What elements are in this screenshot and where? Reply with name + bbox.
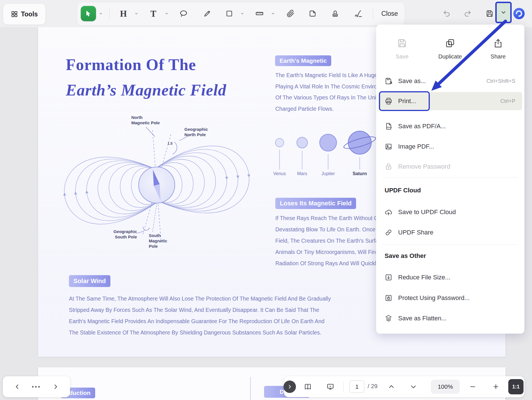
menu-item-print[interactable]: Print... Ctrl+P	[378, 92, 522, 110]
chevron-down-icon[interactable]	[99, 11, 103, 16]
section-header-save-as-other: Save as Other	[385, 252, 426, 260]
planet-label: Jupiter	[313, 171, 344, 176]
text-tool-button[interactable]: T	[147, 7, 160, 20]
menu-item-label: Save as PDF/A...	[398, 123, 446, 130]
menu-item-label: Remove Password	[398, 163, 450, 170]
menu-share-action[interactable]: Share	[480, 38, 516, 60]
plus-icon	[493, 384, 499, 390]
toolbar-divider	[109, 8, 110, 19]
label-north-magnetic-pole: North Magnetic Pole	[131, 115, 174, 125]
chevron-up-icon	[388, 383, 395, 390]
save-dropdown-button[interactable]	[495, 2, 512, 23]
action-label: Share	[480, 53, 516, 60]
menu-item-image-pdf[interactable]: Image PDF...	[378, 138, 522, 156]
planet-jupiter: Jupiter	[313, 120, 344, 187]
menu-item-label: Protect Using Password...	[398, 294, 470, 302]
chevron-down-icon	[500, 9, 507, 16]
remove-password-icon	[384, 162, 393, 171]
doc-paragraph-line: Field, The Creatures On The Earth's Surf…	[275, 238, 378, 244]
menu-item-updf-share[interactable]: UPDF Share	[378, 223, 522, 242]
doc-paragraph-line: Earth's Magnetic Field Provides An Indis…	[69, 318, 324, 325]
column-divider	[250, 377, 251, 400]
doc-title-line1: Formation Of The	[66, 55, 196, 74]
chevron-down-icon[interactable]	[164, 11, 169, 16]
reduce-size-icon	[384, 273, 393, 282]
chevron-down-icon[interactable]	[240, 11, 245, 16]
planet-saturn: Saturn	[344, 120, 375, 187]
doc-paragraph-line: Animals Or Tiny Microorganisms, Will Fin…	[275, 249, 379, 255]
doc-paragraph-line: If These Rays Reach The Earth Without C	[275, 215, 378, 221]
chevron-down-icon[interactable]	[134, 11, 139, 16]
doc-paragraph-line: Charged Particle Flows.	[275, 106, 334, 112]
pen-tool-button[interactable]	[201, 7, 213, 20]
doc-paragraph-line: Radiation Of Strong Rays And Will Quickl…	[275, 260, 379, 267]
previous-page-button[interactable]	[385, 381, 398, 393]
pen-icon	[203, 10, 211, 18]
expand-panel-button[interactable]	[284, 381, 296, 393]
menu-item-reduce-file-size[interactable]: Reduce File Size...	[378, 268, 522, 286]
presentation-mode-button[interactable]	[324, 381, 337, 393]
venus-circle	[275, 138, 284, 147]
label-south-magnetic-pole: South Magnetic Pole	[149, 233, 180, 249]
chevron-down-icon	[410, 383, 417, 390]
menu-item-save-as-flatten[interactable]: Save as Flatten...	[378, 309, 522, 327]
zoom-out-button[interactable]	[466, 381, 479, 393]
menu-item-label: Image PDF...	[398, 143, 434, 150]
close-button[interactable]: Close	[377, 7, 402, 20]
book-view-icon	[304, 383, 312, 391]
chevron-right-icon	[287, 384, 292, 389]
badge-solar-wind: Solar Wind	[69, 275, 110, 287]
measure-tool-button[interactable]	[253, 7, 266, 20]
zoom-in-button[interactable]	[490, 381, 502, 393]
more-options-button[interactable]: •••	[32, 384, 41, 390]
sticker-tool-button[interactable]	[306, 7, 319, 20]
shape-icon	[225, 10, 233, 18]
menu-save-action: Save	[384, 38, 420, 60]
doc-paragraph-line: Stripped Away By Forces Such As The Sola…	[69, 307, 319, 313]
zoom-level-display[interactable]: 100%	[431, 380, 460, 394]
chevron-right-icon[interactable]	[53, 384, 59, 390]
panel-divider	[343, 381, 344, 392]
print-icon	[384, 97, 393, 106]
select-tool-button[interactable]	[81, 6, 96, 21]
chevron-down-icon[interactable]	[271, 11, 275, 16]
cursor-icon	[85, 10, 92, 17]
undo-button[interactable]	[441, 7, 453, 20]
menu-item-save-as-pdfa[interactable]: PDF/A Save as PDF/A...	[378, 117, 522, 135]
tools-button[interactable]: Tools	[3, 3, 46, 25]
menu-item-save-as[interactable]: Save as... Ctrl+Shift+S	[378, 72, 522, 90]
menu-item-shortcut: Ctrl+P	[500, 98, 515, 104]
pdfa-icon: PDF/A	[384, 122, 393, 131]
chevron-left-icon[interactable]	[14, 384, 20, 390]
signature-tool-button[interactable]	[352, 7, 365, 20]
menu-item-label: UPDF Share	[398, 229, 433, 236]
save-button[interactable]	[483, 7, 496, 20]
menu-item-save-to-cloud[interactable]: Save to UPDF Cloud	[378, 203, 522, 221]
link-icon	[384, 228, 393, 237]
save-as-icon	[384, 77, 393, 86]
svg-text:PDF/A: PDF/A	[387, 127, 392, 128]
comment-tool-button[interactable]	[177, 7, 190, 20]
doc-paragraph-line: The Stable Existence Of The Atmosphere B…	[69, 329, 321, 336]
stamp-tool-button[interactable]	[329, 7, 341, 20]
menu-item-protect-password[interactable]: Protect Using Password...	[378, 289, 522, 307]
shape-tool-button[interactable]	[223, 7, 236, 20]
page-total-label: / 29	[368, 383, 378, 390]
heading-tool-button[interactable]: H	[117, 7, 130, 20]
redo-button[interactable]	[461, 7, 474, 20]
menu-item-label: Reduce File Size...	[398, 274, 450, 281]
two-page-view-button[interactable]	[302, 381, 314, 393]
menu-item-label: Print...	[398, 97, 416, 105]
menu-duplicate-action[interactable]: Duplicate	[432, 38, 468, 60]
attachment-tool-button[interactable]	[284, 7, 297, 20]
next-page-button[interactable]	[407, 381, 420, 393]
actual-size-button[interactable]: 1:1	[508, 379, 524, 394]
label-tilt-angle: 1.5	[167, 141, 173, 146]
presentation-icon	[326, 383, 334, 391]
page-number-input[interactable]: 1	[350, 380, 364, 393]
doc-paragraph-line: The Earth's Magnetic Field Is Like A Hug…	[275, 72, 377, 79]
stamp-icon	[331, 10, 339, 18]
menu-item-label: Save as Flatten...	[398, 315, 446, 322]
protect-password-icon	[384, 294, 393, 303]
flatten-icon	[384, 314, 393, 323]
